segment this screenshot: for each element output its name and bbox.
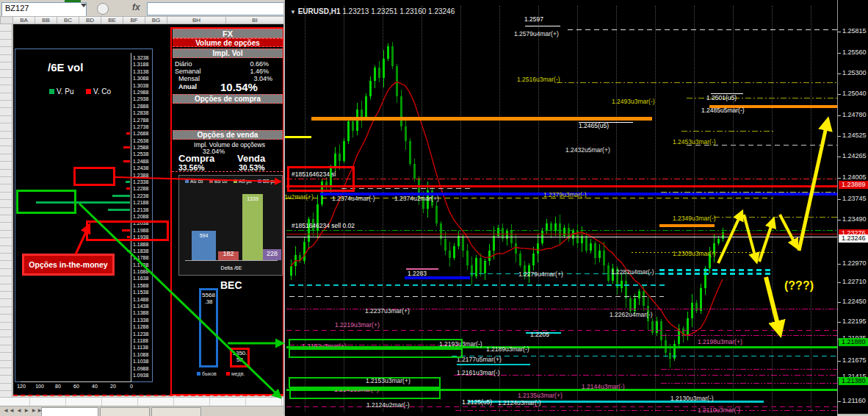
row-header[interactable] bbox=[0, 307, 12, 315]
price-level-line[interactable] bbox=[286, 179, 837, 179]
chart-dropdown-icon[interactable]: ▼ bbox=[290, 9, 296, 15]
row-header[interactable] bbox=[0, 254, 12, 261]
row-header[interactable] bbox=[0, 193, 12, 200]
column-header-BA[interactable]: BA bbox=[13, 16, 35, 24]
price-level-line[interactable] bbox=[557, 82, 837, 83]
row-header[interactable] bbox=[0, 40, 12, 47]
row-header[interactable] bbox=[0, 368, 12, 376]
price-level-line[interactable] bbox=[285, 136, 311, 138]
row-header[interactable] bbox=[0, 261, 12, 268]
select-all-corner[interactable] bbox=[0, 16, 13, 24]
sheet-tab[interactable] bbox=[41, 407, 98, 416]
price-level-line[interactable] bbox=[661, 192, 837, 193]
row-header[interactable] bbox=[0, 32, 12, 39]
row-header[interactable] bbox=[0, 47, 12, 54]
sheet-tab[interactable] bbox=[151, 407, 201, 416]
row-header[interactable] bbox=[0, 323, 12, 330]
price-level-line[interactable] bbox=[341, 188, 474, 189]
row-header[interactable] bbox=[0, 223, 12, 230]
row-header[interactable] bbox=[0, 162, 12, 169]
row-header[interactable] bbox=[0, 55, 12, 62]
chart-price-axis[interactable]: 1.258151.255601.253001.250401.247801.245… bbox=[837, 0, 868, 414]
price-level-line[interactable] bbox=[661, 335, 837, 336]
row-header[interactable] bbox=[0, 276, 12, 284]
row-header[interactable] bbox=[0, 284, 12, 292]
row-header[interactable] bbox=[0, 353, 12, 360]
row-header[interactable] bbox=[0, 208, 12, 215]
price-level-line[interactable] bbox=[659, 269, 773, 271]
row-header[interactable] bbox=[0, 200, 12, 207]
column-header-BH[interactable]: BH bbox=[167, 16, 226, 24]
column-header-BF[interactable]: BF bbox=[123, 16, 145, 24]
price-level-line[interactable] bbox=[311, 117, 652, 121]
row-header[interactable] bbox=[0, 132, 12, 139]
row-header[interactable] bbox=[0, 269, 12, 276]
axis-tick bbox=[838, 73, 841, 74]
row-header[interactable] bbox=[0, 70, 12, 77]
row-header[interactable] bbox=[0, 376, 12, 383]
price-level-line[interactable] bbox=[286, 234, 837, 234]
column-header-BB[interactable]: BB bbox=[35, 16, 57, 24]
row-header[interactable] bbox=[0, 184, 12, 192]
price-level-line[interactable] bbox=[661, 383, 837, 384]
column-header-BC[interactable]: BC bbox=[57, 16, 79, 24]
row-header[interactable] bbox=[0, 292, 12, 299]
price-level-line[interactable] bbox=[286, 185, 837, 187]
price-level-line[interactable] bbox=[714, 217, 837, 218]
price-level-line[interactable] bbox=[525, 26, 560, 26]
row-header[interactable] bbox=[0, 62, 12, 70]
row-header[interactable] bbox=[0, 116, 12, 123]
price-level-line[interactable] bbox=[289, 284, 665, 286]
row-header[interactable] bbox=[0, 24, 12, 32]
row-header[interactable] bbox=[0, 101, 12, 108]
row-header[interactable] bbox=[0, 170, 12, 177]
sheet-tab[interactable] bbox=[100, 407, 150, 416]
price-level-line[interactable] bbox=[289, 296, 664, 297]
price-level-line[interactable] bbox=[659, 273, 773, 275]
price-level-line[interactable] bbox=[452, 356, 837, 356]
chart-plot-area[interactable]: ▼ EURUSD,H1 1.23213 1.23251 1.23160 1.23… bbox=[285, 0, 837, 416]
row-header[interactable] bbox=[0, 154, 12, 162]
insert-function-button[interactable] bbox=[97, 3, 109, 15]
price-level-line[interactable] bbox=[681, 131, 774, 132]
cell-name-box[interactable]: BZ127 bbox=[1, 2, 87, 18]
price-level-line[interactable] bbox=[454, 375, 837, 376]
row-header[interactable] bbox=[0, 246, 12, 254]
row-header[interactable] bbox=[0, 123, 12, 131]
price-level-line[interactable] bbox=[457, 364, 530, 365]
column-header-BI[interactable]: BI bbox=[226, 16, 284, 24]
price-level-line[interactable] bbox=[286, 330, 837, 331]
row-header[interactable] bbox=[0, 238, 12, 245]
price-level-line[interactable] bbox=[659, 224, 715, 227]
column-header-BG[interactable]: BG bbox=[145, 16, 167, 24]
row-header[interactable] bbox=[0, 93, 12, 101]
sheet-nav-icons[interactable]: ◄◄ ◄ ► ►► bbox=[3, 407, 43, 414]
row-header[interactable] bbox=[0, 361, 12, 368]
row-header[interactable] bbox=[0, 85, 12, 93]
row-header[interactable] bbox=[0, 337, 12, 345]
formula-bar[interactable] bbox=[147, 2, 285, 15]
row-header[interactable] bbox=[0, 315, 12, 322]
row-header[interactable] bbox=[0, 108, 12, 115]
row-header[interactable] bbox=[0, 231, 12, 238]
name-box-dropdown-icon[interactable] bbox=[81, 4, 87, 7]
column-header-BD[interactable]: BD bbox=[79, 16, 101, 24]
price-level-line[interactable] bbox=[286, 237, 837, 237]
price-level-line[interactable] bbox=[286, 230, 837, 231]
row-header[interactable] bbox=[0, 139, 12, 146]
row-header[interactable] bbox=[0, 146, 12, 154]
price-level-line[interactable] bbox=[455, 410, 837, 411]
row-header[interactable] bbox=[0, 345, 12, 353]
row-header[interactable] bbox=[0, 299, 12, 306]
price-level-line[interactable] bbox=[661, 369, 837, 370]
row-header[interactable] bbox=[0, 215, 12, 223]
column-header-BE[interactable]: BE bbox=[101, 16, 123, 24]
chart-text-label: 1.2279u4mar(+) bbox=[518, 271, 563, 278]
excel-annotation-box bbox=[16, 190, 76, 214]
price-level-line[interactable] bbox=[568, 29, 837, 30]
row-header[interactable] bbox=[0, 330, 12, 337]
fx-icon[interactable]: fx bbox=[132, 2, 140, 12]
row-header[interactable] bbox=[0, 78, 12, 85]
row-header[interactable] bbox=[0, 177, 12, 184]
row-header[interactable] bbox=[0, 384, 12, 391]
